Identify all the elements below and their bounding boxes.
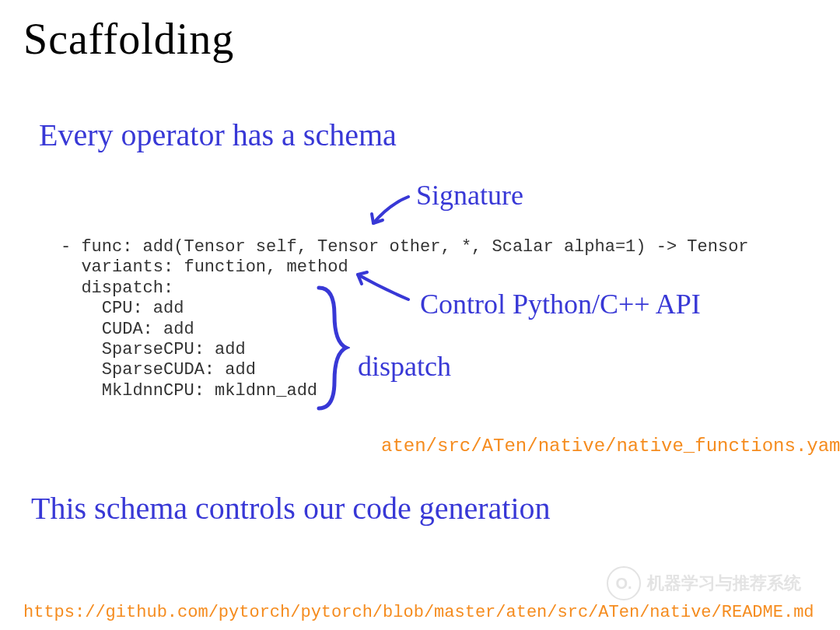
arrow-to-signature-icon (366, 191, 412, 229)
watermark: O. 机器学习与推荐系统 (607, 560, 817, 607)
watermark-text: 机器学习与推荐系统 (647, 572, 801, 595)
watermark-logo-icon: O. (607, 566, 641, 600)
annotation-dispatch: dispatch (358, 350, 451, 383)
handwritten-line-codegen: This schema controls our code generation (31, 490, 551, 527)
curly-brace-icon (311, 284, 350, 412)
annotation-control-api: Control Python/C++ API (420, 288, 701, 320)
file-path-text: aten/src/ATen/native/native_functions.ya… (381, 436, 840, 457)
handwritten-line-schema: Every operator has a schema (39, 117, 397, 153)
annotation-signature: Signature (416, 179, 523, 212)
slide-title: Scaffolding (23, 14, 234, 64)
arrow-to-variants-icon (350, 268, 412, 303)
